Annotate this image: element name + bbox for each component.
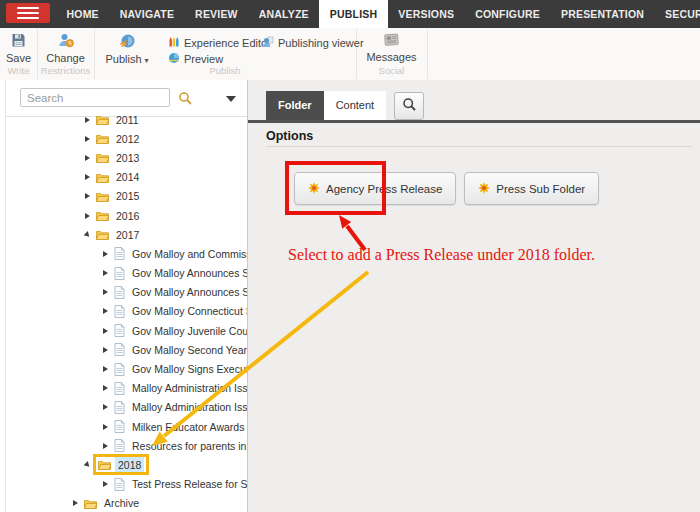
tree-item[interactable]: Gov Malloy Announces Six-year H — [0, 264, 247, 283]
preview-label: Preview — [184, 53, 223, 65]
tree-item-label[interactable]: Gov Malloy Announces Statewide — [129, 285, 248, 300]
tree-item-label[interactable]: Milken Educator Awards welcome — [129, 419, 248, 434]
dropdown-caret-icon[interactable] — [226, 96, 236, 102]
publishing-viewer-label: Publishing viewer — [278, 37, 364, 49]
tree-item-label[interactable]: Gov Malloy Connecticut Students — [129, 304, 248, 319]
tree-item[interactable]: Gov Malloy and Commissioner W — [0, 244, 247, 263]
expand-toggle-icon[interactable] — [85, 117, 96, 123]
tree-item-label[interactable]: Archive — [101, 496, 142, 511]
expand-toggle-icon[interactable] — [85, 174, 96, 180]
tree-item[interactable]: Archive — [0, 494, 247, 512]
press-sub-folder-button[interactable]: Press Sub Folder — [464, 172, 599, 205]
ribbon-tab-publish[interactable]: PUBLISH — [319, 0, 388, 28]
messages-label: Messages — [366, 51, 416, 63]
tree-item-label[interactable]: 2017 — [113, 227, 142, 242]
expand-toggle-icon[interactable] — [103, 385, 114, 391]
tree-item-label[interactable]: Gov Malloy and Commissioner W — [129, 246, 248, 261]
tree-item[interactable]: 2011 — [0, 110, 247, 129]
expand-toggle-icon[interactable] — [103, 347, 114, 353]
tree-item-label[interactable]: Gov Malloy Juvenile Court Referra — [129, 323, 248, 338]
tree-item-label[interactable]: Malloy Administration Issues Guid — [129, 400, 248, 415]
ribbon-tab-home[interactable]: HOME — [56, 0, 109, 28]
tree-item-label[interactable]: Gov Malloy Second Year of Accou — [129, 342, 248, 357]
publish-group-label: Publish — [94, 65, 356, 76]
tree-item[interactable]: Gov Malloy Second Year of Accou — [0, 340, 247, 359]
tree-item[interactable]: 2017 — [0, 225, 247, 244]
expand-toggle-icon[interactable] — [85, 136, 96, 142]
ribbon-tab-security[interactable]: SECURITY — [655, 0, 700, 28]
tree-item[interactable]: Gov Malloy Announces Statewide — [0, 283, 247, 302]
ribbon-tab-analyze[interactable]: ANALYZE — [248, 0, 319, 28]
messages-button[interactable]: Messages — [356, 33, 427, 63]
tree-item-label[interactable]: Gov Malloy Signs Executive Orde — [129, 362, 248, 377]
tree-item[interactable]: 2018 — [0, 455, 247, 474]
new-item-icon — [478, 182, 490, 196]
experience-editor-button[interactable]: Experience Editor — [168, 36, 271, 49]
tree-item-label[interactable]: Gov Malloy Announces Six-year H — [129, 266, 248, 281]
expand-toggle-icon[interactable] — [103, 404, 114, 410]
expand-toggle-icon[interactable] — [103, 251, 114, 257]
agency-press-release-button[interactable]: Agency Press Release — [294, 172, 456, 205]
expand-toggle-icon[interactable] — [103, 424, 114, 430]
expand-toggle-icon[interactable] — [103, 481, 114, 487]
tree-item-label[interactable]: 2015 — [113, 189, 142, 204]
tree-item-label[interactable]: Resources for parents in English a — [129, 438, 248, 453]
content-tree: 2011201220132014201520162017Gov Malloy a… — [0, 110, 247, 512]
preview-button[interactable]: Preview — [168, 52, 223, 66]
tree-item[interactable]: Malloy Administration Issues Guid — [0, 398, 247, 417]
expand-toggle-icon[interactable] — [103, 328, 114, 334]
tree-item[interactable]: Gov Malloy Juvenile Court Referra — [0, 321, 247, 340]
document-icon — [114, 382, 125, 395]
tree-item-label[interactable]: 2018 — [115, 457, 144, 472]
tree-item-label[interactable]: 2014 — [113, 170, 142, 185]
tree-item-label[interactable]: Test Press Release for SDE — [129, 477, 248, 492]
tree-item[interactable]: Gov Malloy Signs Executive Orde — [0, 359, 247, 378]
tree-item-label[interactable]: 2016 — [113, 208, 142, 223]
ribbon-toolbar: Save Write Change Restrictions Publish ▾ — [0, 28, 700, 81]
publish-button[interactable]: Publish ▾ — [102, 33, 152, 65]
expand-toggle-icon[interactable] — [103, 270, 114, 276]
tree-item[interactable]: 2013 — [0, 148, 247, 167]
expand-toggle-icon[interactable] — [103, 289, 114, 295]
tab-folder[interactable]: Folder — [266, 91, 324, 120]
ribbon-tab-versions[interactable]: VERSIONS — [388, 0, 465, 28]
publishing-viewer-button[interactable]: Publishing viewer — [262, 36, 364, 50]
chunk-social: Messages Social — [356, 28, 428, 79]
tree-item-label[interactable]: 2013 — [113, 150, 142, 165]
tree-item[interactable]: Milken Educator Awards welcome — [0, 417, 247, 436]
tree-item[interactable]: Malloy Administration Issues Guid — [0, 379, 247, 398]
hamburger-icon[interactable] — [6, 3, 50, 23]
change-restrictions-button[interactable]: Change — [37, 33, 94, 64]
tree-item[interactable]: Gov Malloy Connecticut Students — [0, 302, 247, 321]
messages-icon — [383, 33, 400, 49]
expand-toggle-icon[interactable] — [85, 155, 96, 161]
ribbon-tab-navigate[interactable]: NAVIGATE — [109, 0, 184, 28]
expand-toggle-icon[interactable] — [85, 213, 96, 219]
ribbon-tab-configure[interactable]: CONFIGURE — [465, 0, 551, 28]
expand-toggle-icon[interactable] — [85, 193, 96, 199]
tree-item-label[interactable]: 2012 — [113, 131, 142, 146]
panel-search-button[interactable] — [394, 92, 424, 120]
tree-item[interactable]: Resources for parents in English a — [0, 436, 247, 455]
expand-toggle-icon[interactable] — [85, 232, 96, 238]
expand-toggle-icon[interactable] — [103, 443, 114, 449]
ribbon-tab-presentation[interactable]: PRESENTATION — [550, 0, 654, 28]
expand-toggle-icon[interactable] — [103, 366, 114, 372]
document-icon — [114, 343, 125, 356]
expand-toggle-icon[interactable] — [73, 500, 84, 506]
tree-item[interactable]: 2015 — [0, 187, 247, 206]
search-input[interactable] — [20, 88, 170, 107]
ribbon-tab-review[interactable]: REVIEW — [185, 0, 249, 28]
tree-item[interactable]: Test Press Release for SDE — [0, 475, 247, 494]
tree-item[interactable]: 2016 — [0, 206, 247, 225]
save-button[interactable]: Save — [0, 33, 37, 64]
tree-item[interactable]: 2012 — [0, 129, 247, 148]
tree-item-label[interactable]: Malloy Administration Issues Guid — [129, 381, 248, 396]
dropdown-caret-icon: ▾ — [145, 56, 149, 65]
tree-item-label[interactable]: 2011 — [113, 112, 142, 127]
expand-toggle-icon[interactable] — [103, 308, 114, 314]
folder-icon — [98, 459, 111, 470]
search-icon[interactable] — [178, 91, 193, 110]
tree-item[interactable]: 2014 — [0, 168, 247, 187]
tab-content[interactable]: Content — [324, 91, 387, 120]
